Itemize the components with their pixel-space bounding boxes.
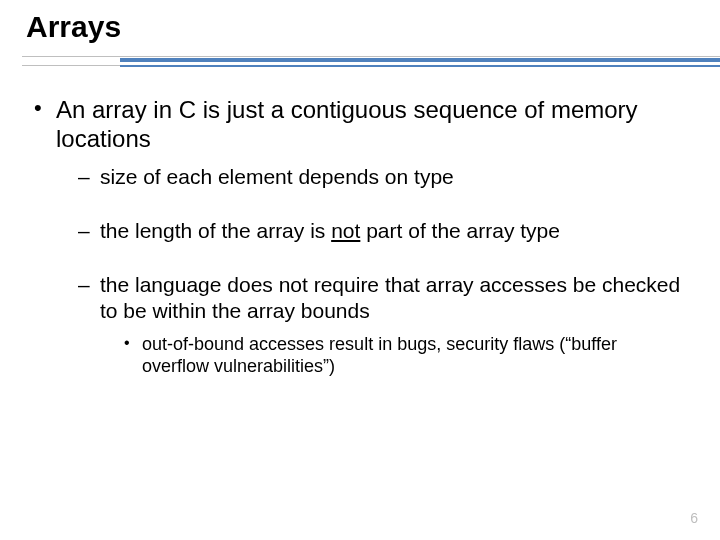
subbullet-length-text-b: part of the array type [360,219,560,242]
subbullet-length-text-a: the length of the array is [100,219,331,242]
subbullet-size: size of each element depends on type [78,164,682,190]
title-rule [0,56,720,74]
bullet-main-text: An array in C is just a contiguous seque… [56,96,638,152]
subbullet-bounds-text: the language does not require that array… [100,273,680,322]
subsubbullet-overflow-text: out-of-bound accesses result in bugs, se… [142,334,617,377]
slide: Arrays An array in C is just a contiguou… [0,0,720,540]
slide-title: Arrays [26,10,121,44]
subbullet-bounds: the language does not require that array… [78,272,682,378]
subbullet-size-text: size of each element depends on type [100,165,454,188]
subbullet-length: the length of the array is not part of t… [78,218,682,244]
bullet-main: An array in C is just a contiguous seque… [30,95,682,378]
subsubbullet-overflow: out-of-bound accesses result in bugs, se… [124,333,682,378]
slide-body: An array in C is just a contiguous seque… [30,95,682,378]
subbullet-length-not: not [331,219,360,242]
page-number: 6 [690,510,698,526]
